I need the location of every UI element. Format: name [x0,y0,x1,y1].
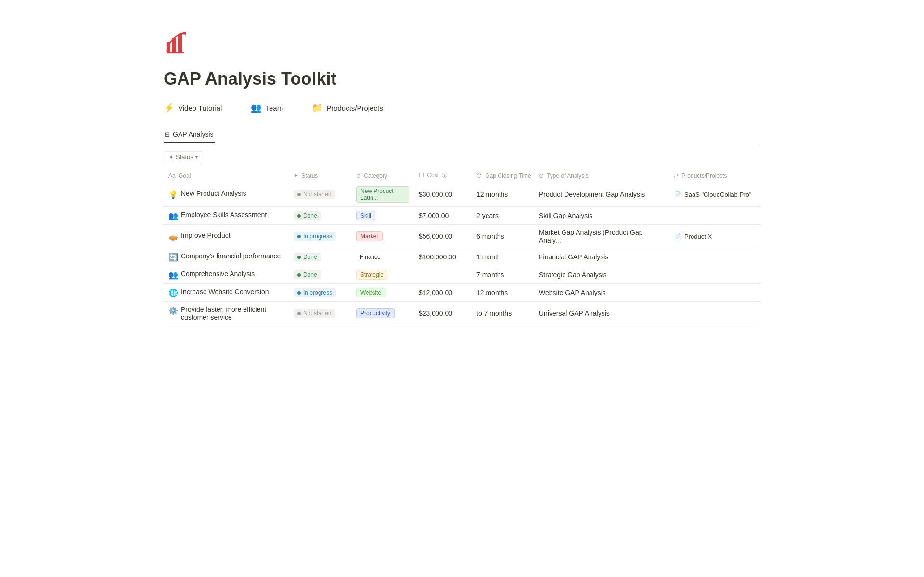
row-5-goal: 🌐Increase Website Conversion [164,284,289,302]
row-5-type-of-analysis: Website GAP Analysis [534,284,669,302]
status-dot [297,214,301,218]
goal-text: Employee Skills Assessment [181,211,267,218]
row-2-status[interactable]: In progress [289,225,351,248]
category-badge: Productivity [356,308,395,318]
goal-icon: ⚙️ [168,306,178,315]
goal-text: Provide faster, more efficient customer … [181,306,284,321]
col-header-type-of-analysis: ⊙ Type of Analysis [534,169,669,182]
row-2-goal: 🥧Improve Product [164,225,289,248]
nav-products-projects-label: Products/Projects [326,104,383,112]
status-dot [297,256,301,259]
col-header-products-projects: ⇄ Products/Projects [669,169,760,182]
status-dot [297,235,301,238]
row-3-category[interactable]: Finance [351,248,414,266]
table-row[interactable]: 🔄Company's financial performanceDoneFina… [164,248,760,266]
status-filter-button[interactable]: ✦ Status ▾ [164,151,203,163]
status-badge: In progress [294,288,336,297]
row-4-cost [414,266,472,284]
category-badge: Skill [356,211,375,220]
status-badge: Not started [294,190,335,199]
row-6-products-projects[interactable] [669,302,760,325]
row-5-category[interactable]: Website [351,284,414,302]
status-dot [297,273,301,277]
row-4-products-projects[interactable] [669,266,760,284]
tab-icon: ⊞ [165,131,170,138]
category-badge: Market [356,231,383,241]
row-0-type-of-analysis: Product Development Gap Analysis [534,182,669,207]
row-0-products-projects[interactable]: 📄SaaS "CloudCollab Pro" [669,182,760,207]
row-6-gap-closing-time: to 7 months [472,302,534,325]
row-1-category[interactable]: Skill [351,207,414,225]
row-3-status[interactable]: Done [289,248,351,266]
row-0-cost: $30,000.00 [414,182,472,207]
goal-icon: 🥧 [168,232,178,241]
row-6-goal: ⚙️Provide faster, more efficient custome… [164,302,289,325]
row-5-status[interactable]: In progress [289,284,351,302]
tab-gap-analysis[interactable]: ⊞ GAP Analysis [164,127,215,143]
row-1-status[interactable]: Done [289,207,351,225]
col-header-status: ✦ Status [289,169,351,182]
nav-team-label: Team [265,104,283,112]
row-6-status[interactable]: Not started [289,302,351,325]
row-3-products-projects[interactable] [669,248,760,266]
row-6-category[interactable]: Productivity [351,302,414,325]
nav-team[interactable]: 👥 Team [251,103,283,113]
col-header-gap-closing-time: ⏱ Gap Closing Time [472,169,534,182]
table-row[interactable]: 🥧Improve ProductIn progressMarket$56,000… [164,225,760,248]
row-1-cost: $7,000.00 [414,207,472,225]
row-1-products-projects[interactable] [669,207,760,225]
page-title: GAP Analysis Toolkit [164,69,760,89]
row-1-goal: 👥Employee Skills Assessment [164,207,289,225]
row-0-gap-closing-time: 12 months [472,182,534,207]
page-container: GAP Analysis Toolkit ⚡ Video Tutorial 👥 … [125,0,799,364]
svg-rect-3 [167,52,184,53]
row-4-goal: 👥Comprehensive Analysis [164,266,289,284]
status-filter-label: Status [176,154,193,161]
goal-icon: 👥 [168,270,178,280]
goal-text: Comprehensive Analysis [181,270,255,278]
row-0-goal: 💡New Product Analysis [164,182,289,207]
category-badge: New Product Laun... [356,186,409,203]
status-badge: Done [294,253,321,261]
data-table-wrapper: Aa Goal ✦ Status ⊙ Category ☐ Cost ⓘ [164,169,760,325]
row-2-type-of-analysis: Market Gap Analysis (Product Gap Analy..… [534,225,669,248]
table-row[interactable]: 👥Employee Skills AssessmentDoneSkill$7,0… [164,207,760,225]
row-2-products-projects[interactable]: 📄Product X [669,225,760,248]
goal-text: Increase Website Conversion [181,288,269,295]
tab-gap-analysis-label: GAP Analysis [173,130,214,138]
row-4-status[interactable]: Done [289,266,351,284]
goal-text: Improve Product [181,231,231,239]
gap-analysis-table: Aa Goal ✦ Status ⊙ Category ☐ Cost ⓘ [164,169,760,325]
row-2-category[interactable]: Market [351,225,414,248]
row-3-type-of-analysis: Financial GAP Analysis [534,248,669,266]
row-4-gap-closing-time: 7 months [472,266,534,284]
table-row[interactable]: 💡New Product AnalysisNot startedNew Prod… [164,182,760,207]
tabs-bar: ⊞ GAP Analysis [164,127,760,143]
logo [164,29,760,57]
nav-video-tutorial[interactable]: ⚡ Video Tutorial [164,103,222,113]
lightning-icon: ⚡ [164,103,174,113]
status-badge: In progress [294,232,336,241]
nav-links: ⚡ Video Tutorial 👥 Team 📁 Products/Proje… [164,103,760,113]
goal-icon: 🔄 [168,253,178,262]
chevron-down-icon: ▾ [195,154,198,160]
row-0-category[interactable]: New Product Laun... [351,182,414,207]
goal-text: New Product Analysis [181,190,246,197]
table-row[interactable]: 🌐Increase Website ConversionIn progressW… [164,284,760,302]
table-row[interactable]: 👥Comprehensive AnalysisDoneStrategic7 mo… [164,266,760,284]
col-header-goal: Aa Goal [164,169,289,182]
nav-products-projects[interactable]: 📁 Products/Projects [312,103,383,113]
filter-settings-icon: ✦ [169,154,174,161]
row-4-type-of-analysis: Strategic Gap Analysis [534,266,669,284]
row-4-category[interactable]: Strategic [351,266,414,284]
row-0-status[interactable]: Not started [289,182,351,207]
row-1-type-of-analysis: Skill Gap Analysis [534,207,669,225]
table-header-row: Aa Goal ✦ Status ⊙ Category ☐ Cost ⓘ [164,169,760,182]
row-5-products-projects[interactable] [669,284,760,302]
product-name: Product X [684,233,712,240]
team-icon: 👥 [251,103,261,113]
document-icon: 📄 [674,233,681,240]
status-dot [297,312,301,315]
svg-rect-2 [178,34,182,52]
table-row[interactable]: ⚙️Provide faster, more efficient custome… [164,302,760,325]
